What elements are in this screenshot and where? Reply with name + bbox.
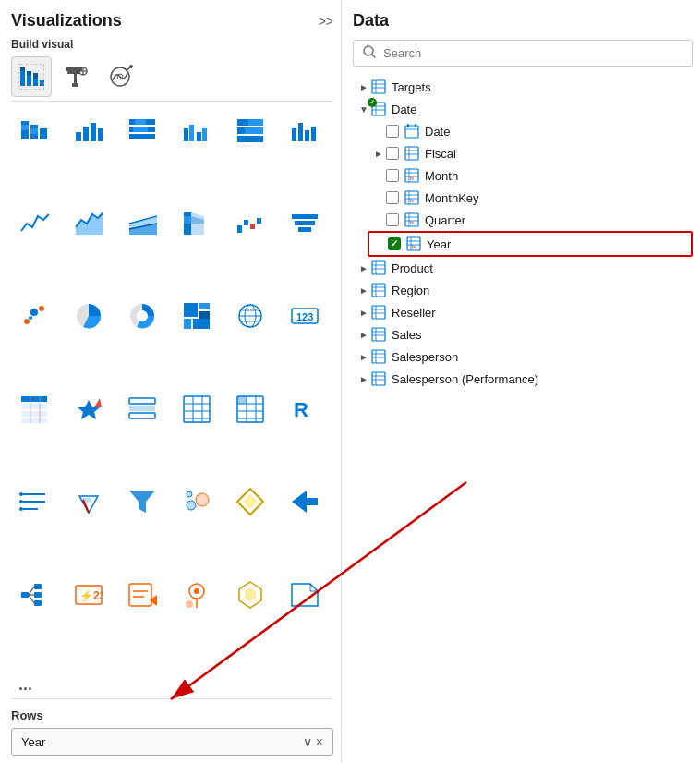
tree-item-region[interactable]: ► Region xyxy=(353,279,693,301)
viz-diamond[interactable] xyxy=(227,480,273,523)
label-product: Product xyxy=(392,261,433,275)
icon-region xyxy=(371,283,386,297)
tree-item-reseller[interactable]: ► Reseller xyxy=(353,301,693,323)
tree-item-monthkey[interactable]: fx MonthKey xyxy=(368,187,693,209)
svg-marker-139 xyxy=(292,584,318,606)
viz-area[interactable] xyxy=(66,202,112,245)
chevron-sales: ► xyxy=(356,330,371,340)
svg-rect-6 xyxy=(40,80,44,86)
viz-funnel[interactable] xyxy=(282,202,328,245)
svg-rect-10 xyxy=(74,74,77,83)
chevron-fiscal: ► xyxy=(371,149,386,159)
svg-rect-87 xyxy=(129,398,155,404)
viz-matrix[interactable] xyxy=(11,388,57,430)
rows-close-btn[interactable]: × xyxy=(316,734,323,749)
tree-item-date[interactable]: ▼ ✓ Date xyxy=(353,98,693,120)
chevron-salesperson-perf: ► xyxy=(356,374,371,384)
tree-item-month[interactable]: fx Month xyxy=(368,164,693,187)
viz-kpi[interactable] xyxy=(66,388,112,430)
tree-item-salesperson[interactable]: ► Salesperson xyxy=(353,345,693,368)
svg-text:fx: fx xyxy=(412,244,416,249)
viz-arrow[interactable] xyxy=(282,480,328,523)
icon-month: fx xyxy=(404,168,419,183)
viz-location[interactable] xyxy=(174,574,220,616)
tab-analytics[interactable] xyxy=(100,56,140,97)
icon-sales xyxy=(371,327,386,342)
tree-item-year[interactable]: fx Year xyxy=(368,231,693,257)
viz-treemap[interactable] xyxy=(174,295,220,337)
viz-column[interactable] xyxy=(282,109,328,151)
viz-table[interactable] xyxy=(174,388,220,430)
viz-r-visual[interactable]: R xyxy=(282,388,328,430)
svg-rect-88 xyxy=(129,406,155,411)
viz-stacked-bar-2[interactable] xyxy=(119,109,165,151)
checkbox-month[interactable] xyxy=(386,169,399,182)
svg-rect-67 xyxy=(184,303,198,317)
tree-item-fiscal[interactable]: ► Fiscal xyxy=(368,142,693,164)
svg-rect-68 xyxy=(199,303,210,309)
tree-item-product[interactable]: ► Product xyxy=(353,257,693,279)
tab-format[interactable] xyxy=(55,56,96,97)
tree-item-targets[interactable]: ► Targets xyxy=(353,76,693,98)
viz-filter[interactable] xyxy=(119,480,165,523)
tree-item-date-date[interactable]: Date xyxy=(368,120,693,142)
viz-decomp-tree[interactable] xyxy=(11,574,57,616)
viz-clustered-bar[interactable] xyxy=(174,109,220,151)
checkbox-year[interactable] xyxy=(388,237,401,250)
checkbox-quarter[interactable] xyxy=(386,213,399,226)
svg-marker-85 xyxy=(78,400,100,419)
svg-line-124 xyxy=(29,587,34,595)
viz-number-badge[interactable]: ⚡23 xyxy=(66,574,112,616)
viz-slicer[interactable] xyxy=(119,388,165,430)
svg-rect-81 xyxy=(21,411,47,417)
tree-item-sales[interactable]: ► Sales xyxy=(353,323,693,345)
icon-product xyxy=(371,260,386,275)
viz-line[interactable] xyxy=(11,202,57,245)
viz-100-stacked[interactable] xyxy=(227,109,273,151)
viz-paginated[interactable] xyxy=(282,574,328,616)
viz-scatter[interactable] xyxy=(11,295,57,337)
svg-point-63 xyxy=(29,316,32,320)
svg-rect-71 xyxy=(193,319,210,329)
viz-gauge[interactable] xyxy=(66,480,112,523)
viz-waterfall[interactable] xyxy=(227,202,273,245)
viz-smart-narrative[interactable] xyxy=(119,574,165,616)
more-visuals[interactable]: ... xyxy=(11,672,333,698)
checkbox-fiscal[interactable] xyxy=(386,147,399,160)
viz-bar-chart[interactable] xyxy=(66,109,112,151)
svg-rect-154 xyxy=(407,124,409,127)
viz-donut[interactable] xyxy=(119,295,165,337)
tree-item-salesperson-perf[interactable]: ► Salesperson (Performance) xyxy=(353,368,693,390)
data-panel-title: Data xyxy=(353,11,693,30)
expand-icon[interactable]: >> xyxy=(319,14,333,29)
viz-bubble-map[interactable] xyxy=(174,480,220,523)
checkbox-monthkey[interactable] xyxy=(386,191,399,204)
viz-list[interactable] xyxy=(11,480,57,523)
icon-quarter: fx xyxy=(404,212,419,227)
icon-fiscal xyxy=(404,146,419,161)
search-input[interactable] xyxy=(383,46,682,60)
viz-pie[interactable] xyxy=(66,295,112,337)
viz-card[interactable]: 123 xyxy=(282,295,328,337)
svg-text:fx: fx xyxy=(410,176,414,181)
viz-ribbon[interactable] xyxy=(174,202,220,245)
rows-drop-zone[interactable]: Year ∨ × xyxy=(11,728,333,756)
tab-fields[interactable] xyxy=(11,56,52,97)
svg-rect-188 xyxy=(372,306,385,319)
search-box[interactable] xyxy=(353,40,693,67)
viz-stacked-area[interactable] xyxy=(119,202,165,245)
svg-rect-29 xyxy=(135,119,146,125)
viz-matrix-2[interactable] xyxy=(227,388,273,430)
label-salesperson-perf: Salesperson (Performance) xyxy=(392,372,538,386)
viz-stacked-bar[interactable] xyxy=(11,109,57,151)
svg-marker-132 xyxy=(150,595,157,606)
viz-shape-map[interactable] xyxy=(227,574,273,616)
svg-rect-33 xyxy=(184,128,188,141)
tree-item-quarter[interactable]: fx Quarter xyxy=(368,209,693,231)
rows-chevron[interactable]: ∨ xyxy=(303,734,312,749)
svg-rect-184 xyxy=(372,284,385,297)
viz-map[interactable] xyxy=(227,295,273,337)
svg-rect-43 xyxy=(298,123,303,141)
checkbox-date-date[interactable] xyxy=(386,125,399,138)
svg-rect-122 xyxy=(34,592,42,598)
